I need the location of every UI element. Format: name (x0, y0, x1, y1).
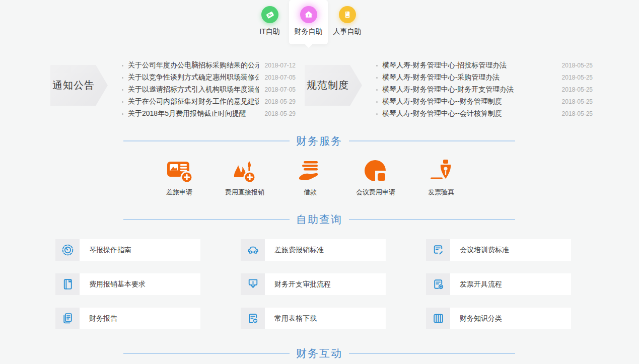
form-check-icon (241, 308, 265, 329)
regulation-item[interactable]: 横琴人寿-财务管理中心--财务管理制度 2018-05-25 (376, 96, 593, 108)
service-travel-request[interactable]: 差旅申请 (149, 158, 209, 197)
regulation-item-title[interactable]: 横琴人寿-财务管理中心--会计核算制度 (382, 109, 556, 118)
card-expense-basic-requirements[interactable]: 费用报销基本要求 (55, 273, 200, 295)
finance-services-row: 差旅申请 费用直接报销 借款 (149, 158, 471, 197)
regulation-item-date: 2018-05-25 (562, 98, 593, 105)
service-label: 会议费用申请 (345, 188, 406, 197)
card-invoice-issuing-flow[interactable]: 发票开具流程 (426, 273, 571, 295)
card-common-forms-download[interactable]: 常用表格下载 (241, 308, 386, 329)
report-icon (55, 308, 80, 329)
notice-item-title[interactable]: 关于2018年5月费用报销截止时间提醒 (128, 109, 259, 118)
tab-it-selfservice[interactable]: IT自助 (250, 0, 289, 44)
regulation-list: 横琴人寿-财务管理中心-招投标管理办法 2018-05-25 横琴人寿-财务管理… (376, 59, 593, 120)
notice-item[interactable]: 关于以邀请招标方式引入机构职场年度装修... 2018-07-05 (122, 84, 296, 96)
notice-item-date: 2018-07-05 (265, 86, 296, 93)
bullet-dot (376, 113, 378, 115)
bullet-dot (376, 77, 378, 79)
service-meeting-expense[interactable]: 会议费用申请 (345, 158, 406, 197)
tab-finance-selfservice[interactable]: 财务自助 (289, 0, 328, 44)
card-label: 琴报操作指南 (89, 246, 131, 255)
finance-home-icon (300, 6, 317, 23)
doc-stamp-icon (426, 273, 450, 295)
category-icon (426, 308, 450, 329)
notice-item-date: 2018-05-29 (265, 110, 296, 117)
notebook-icon (55, 273, 80, 295)
card-travel-expense-standard[interactable]: 差旅费报销标准 (241, 239, 386, 261)
notice-item-title[interactable]: 关于在公司内部征集对财务工作的意见建议... (128, 97, 259, 106)
tab-label: IT自助 (250, 27, 289, 43)
bullet-dot (376, 89, 378, 91)
card-label: 财务知识分类 (460, 314, 502, 323)
top-tab-bar: IT自助 财务自助 人事自助 (250, 0, 367, 44)
regulation-item[interactable]: 横琴人寿-财务管理中心-采购管理办法 2018-05-25 (376, 71, 593, 84)
hr-book-icon (339, 6, 356, 23)
bullet-dot (376, 65, 378, 66)
notice-item-title[interactable]: 关于以竞争性谈判方式确定惠州职场装修公... (128, 73, 259, 82)
notice-item[interactable]: 关于在公司内部征集对财务工作的意见建议... 2018-05-29 (122, 96, 296, 108)
regulation-item-date: 2018-05-25 (562, 62, 593, 69)
card-label: 财务报告 (89, 314, 117, 323)
bullet-dot (376, 101, 378, 103)
section-title: 财务互动 (296, 346, 342, 360)
regulation-item[interactable]: 横琴人寿-财务管理中心--会计核算制度 2018-05-25 (376, 108, 593, 120)
card-meeting-training-standard[interactable]: 会议培训费标准 (426, 239, 571, 261)
card-label: 发票开具流程 (460, 280, 502, 289)
query-card-grid: 琴报操作指南 差旅费报销标准 会议培训费标准 (55, 239, 571, 329)
bullet-dot (122, 101, 123, 103)
tab-label: 财务自助 (289, 27, 328, 43)
card-label: 差旅费报销标准 (274, 246, 324, 255)
card-expenditure-approval-flow[interactable]: 财务开支审批流程 (241, 273, 386, 295)
card-label: 会议培训费标准 (460, 246, 509, 255)
service-label: 差旅申请 (149, 188, 209, 197)
card-label: 费用报销基本要求 (89, 280, 146, 289)
service-label: 费用直接报销 (215, 188, 275, 197)
regulation-item-title[interactable]: 横琴人寿-财务管理中心-财务开支管理办法 (382, 85, 556, 94)
divider-line (349, 140, 515, 141)
section-header-self-query: 自助查询 (123, 212, 515, 227)
notice-list: 关于公司年度办公电脑招标采购结果的公示 2018-07-12 关于以竞争性谈判方… (122, 59, 296, 120)
notice-item-date: 2018-07-05 (265, 74, 296, 81)
service-invoice-verify[interactable]: 发票验真 (411, 158, 471, 197)
regulation-panel-title: 规范制度 (305, 65, 362, 106)
notice-item-title[interactable]: 关于公司年度办公电脑招标采购结果的公示 (128, 61, 259, 70)
timer-icon (55, 239, 80, 261)
card-finance-knowledge-category[interactable]: 财务知识分类 (426, 308, 571, 329)
regulation-item-date: 2018-05-25 (562, 86, 593, 93)
card-qinbao-guide[interactable]: 琴报操作指南 (55, 239, 200, 261)
regulation-panel: 规范制度 横琴人寿-财务管理中心-招投标管理办法 2018-05-25 横琴人寿… (305, 58, 593, 120)
regulation-item[interactable]: 横琴人寿-财务管理中心-财务开支管理办法 2018-05-25 (376, 84, 593, 96)
bullet-dot (122, 113, 123, 115)
travel-request-icon (149, 158, 209, 184)
car-icon (241, 239, 265, 261)
download-icon (241, 273, 265, 295)
service-label: 发票验真 (411, 188, 471, 197)
meeting-expense-icon (345, 158, 406, 184)
card-label: 财务开支审批流程 (274, 280, 331, 289)
notice-item-date: 2018-05-29 (265, 98, 296, 105)
notice-item[interactable]: 关于以竞争性谈判方式确定惠州职场装修公... 2018-07-05 (122, 71, 296, 84)
direct-expense-icon (215, 158, 275, 184)
section-header-finance-interaction: 财务互动 (123, 346, 515, 360)
loan-icon (280, 158, 340, 184)
tab-label: 人事自助 (328, 27, 367, 43)
tab-hr-selfservice[interactable]: 人事自助 (328, 0, 367, 44)
regulation-item-title[interactable]: 横琴人寿-财务管理中心-招投标管理办法 (382, 61, 556, 70)
regulation-item-title[interactable]: 横琴人寿-财务管理中心-采购管理办法 (382, 73, 556, 82)
regulation-item[interactable]: 横琴人寿-财务管理中心-招投标管理办法 2018-05-25 (376, 59, 593, 71)
card-financial-report[interactable]: 财务报告 (55, 308, 200, 329)
notice-item-title[interactable]: 关于以邀请招标方式引入机构职场年度装修... (128, 85, 259, 94)
bullet-dot (122, 89, 123, 91)
card-label: 常用表格下载 (274, 314, 317, 323)
service-direct-expense[interactable]: 费用直接报销 (215, 158, 275, 197)
section-header-finance-services: 财务服务 (123, 134, 515, 148)
service-label: 借款 (280, 188, 340, 197)
regulation-item-title[interactable]: 横琴人寿-财务管理中心--财务管理制度 (382, 97, 556, 106)
bullet-dot (122, 65, 123, 66)
divider-line (349, 219, 515, 220)
service-loan[interactable]: 借款 (280, 158, 340, 197)
regulation-item-date: 2018-05-25 (562, 74, 593, 81)
divider-line (123, 219, 290, 220)
notice-item-date: 2018-07-12 (265, 62, 296, 69)
notice-item[interactable]: 关于公司年度办公电脑招标采购结果的公示 2018-07-12 (122, 59, 296, 71)
notice-item[interactable]: 关于2018年5月费用报销截止时间提醒 2018-05-29 (122, 108, 296, 120)
